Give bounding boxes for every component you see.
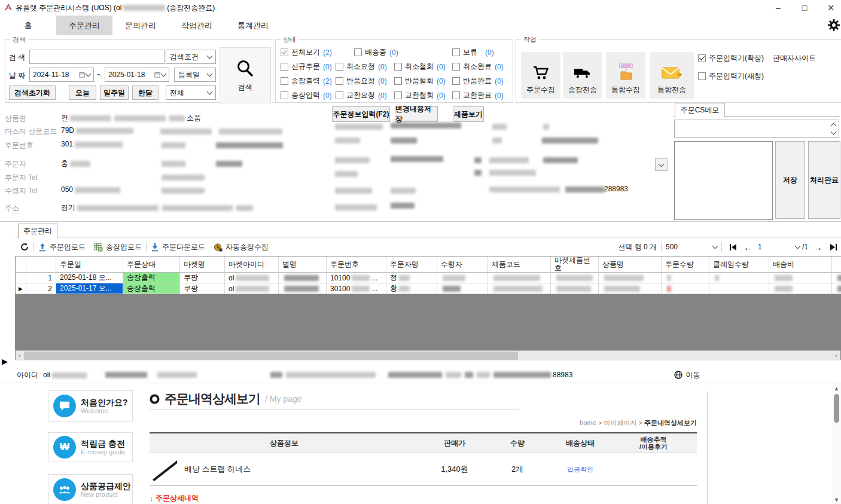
first-page-button[interactable] [729,243,738,251]
col-market[interactable]: 마켓명 [180,256,225,273]
order-entry-extended-option[interactable]: 주문입력기(확장) 판매자사이트 [698,53,816,63]
scrollbar-thumb[interactable] [24,352,518,360]
grid-horizontal-scrollbar[interactable]: ‹ › [16,350,840,361]
filter-return-complete[interactable]: 반품완료 (0) [452,76,504,86]
memo-save-button[interactable]: 저장 [775,141,805,219]
col-shipping-fee[interactable]: 배송비 [769,256,832,273]
auto-invoice-collect-button[interactable]: 자동송장수집 [214,242,269,252]
filter-shipping[interactable]: 배송중 (0) [354,47,398,57]
one-month-button[interactable]: 한달 [132,85,159,100]
tab-inquiry-management[interactable]: 문의관리 [112,16,169,35]
breadcrumb-mypage[interactable]: 마이페이지 [604,419,636,426]
memo-complete-button[interactable]: 처리완료 [808,141,840,219]
dropdown-expand-button[interactable] [655,158,668,171]
col-order-status[interactable]: 주문상태 [123,256,180,273]
scroll-up-arrow[interactable]: ▲ [832,386,841,392]
go-link[interactable]: 이동 [674,370,700,380]
filter-invoice-entered[interactable]: 송장입력 (0) [281,90,332,100]
col-nickname[interactable]: 별명 [279,256,327,273]
filter-exchange-withdraw[interactable]: 교환철회 (0) [394,90,446,100]
view-product-button[interactable]: 제품보기 [453,106,484,122]
col-orderer[interactable]: 주문자명 [386,256,437,273]
maximize-button[interactable]: □ [799,3,810,13]
search-reset-button[interactable]: 검색초기화 [9,85,56,100]
redacted-text [489,157,529,163]
payment-status-link[interactable]: 입금확인 [544,465,616,474]
breadcrumb-home[interactable]: home [580,419,596,426]
emoney-card[interactable]: ₩ 적립금 충전 E-money guide [48,432,133,462]
refresh-icon[interactable] [20,242,29,252]
scroll-left-arrow[interactable]: ‹ [16,351,24,360]
filter-invoice-printed[interactable]: 송장출력 (2) [281,76,332,86]
filter-return-request[interactable]: 반품요청 (0) [336,76,387,86]
date-to-picker[interactable]: 2025-01-18 [105,68,169,82]
page-size-select[interactable]: 500 [666,243,717,251]
date-type-select[interactable]: 등록일 [174,68,216,82]
order-upload-button[interactable]: 주문업로드 [38,242,86,252]
col-order-qty[interactable]: 주문수량 [662,256,709,273]
order-entry-newwindow-option[interactable]: 주문입력기(새창) [698,71,764,81]
col-order-date[interactable]: 주문일 [56,256,123,273]
filter-cancel-complete[interactable]: 취소완료 (0) [452,62,504,72]
col-market-product-no[interactable]: 마켓제품번호 [551,256,599,273]
invoice-send-button[interactable]: 송장전송 [563,52,602,99]
unified-send-button[interactable]: 통합전송 [650,52,694,99]
order-collect-button[interactable]: 주문수집 [521,52,560,99]
date-from-picker[interactable]: 2024-11-18 [29,68,94,82]
close-button[interactable]: ✕ [825,3,836,13]
orders-grid-tab[interactable]: 주문관리 [18,224,57,239]
unified-collect-button[interactable]: 통합수집 [606,52,645,99]
filter-view-all[interactable]: 전체보기 (2) [281,47,332,57]
tab-statistics[interactable]: 통계관리 [225,16,281,35]
col-order-no[interactable]: 주문번호 [327,256,386,273]
cs-memo-tab[interactable]: 주문CS메모 [675,103,725,118]
filter-exchange-complete[interactable]: 교환완료 (0) [452,90,504,100]
scope-select[interactable]: 전체 [166,85,216,100]
tab-home[interactable]: 홈 [0,16,56,35]
webview-vertical-scrollbar[interactable]: ▲ ▼ [832,383,841,504]
page-number-select[interactable]: 1 [758,243,800,251]
order-row-1[interactable]: 1 2025-01-18 오... 송장출력 쿠팡 ol 10100... 정 [16,273,841,283]
filter-exchange-request[interactable]: 교환요청 (0) [336,90,387,100]
next-page-button[interactable]: → [813,242,822,252]
scroll-down-arrow[interactable]: ▼ [832,497,841,503]
last-page-button[interactable] [829,243,837,251]
welcome-card[interactable]: 처음인가요? Welcome [48,390,133,421]
search-condition-select[interactable]: 검색조건 [166,50,216,64]
invoice-upload-button[interactable]: 송장업로드 [94,242,142,252]
one-week-button[interactable]: 일주일 [100,85,129,100]
search-keyword-input[interactable] [29,50,164,64]
search-submit-button[interactable]: 검색 [220,47,271,103]
master-code-label: 마스터 상품코드 [5,127,57,137]
col-product-name[interactable]: 상품명 [599,256,662,273]
tab-task-management[interactable]: 작업관리 [169,16,225,35]
filter-hold[interactable]: 보류 (0) [452,47,494,57]
order-detail-section-link[interactable]: ↓ 주문상세내역 [150,493,697,503]
cs-memo-spinner-input[interactable] [674,120,839,138]
prev-page-button[interactable]: ← [744,242,752,252]
filter-cancel-withdraw[interactable]: 취소철회 (0) [394,62,446,72]
product-thumbnail[interactable] [152,457,177,482]
product-name[interactable]: 배낭 스트랩 하네스 [184,464,251,475]
filter-new-order[interactable]: 신규주문 (0) [281,62,332,72]
supply-proposal-card[interactable]: 상품공급제안 New product [48,474,133,504]
col-market-id[interactable]: 마켓아이디 [225,256,279,273]
cs-memo-textarea[interactable] [674,141,773,220]
col-claim-qty[interactable]: 클레임수량 [709,256,769,273]
scroll-right-arrow[interactable]: › [832,351,840,360]
save-changes-button[interactable]: 변경내용저장 [395,106,438,122]
col-product-code[interactable]: 제품코드 [488,256,551,273]
order-download-button[interactable]: 주문다운로드 [151,242,205,252]
filter-return-withdraw[interactable]: 반품철회 (0) [394,76,446,86]
today-button[interactable]: 오늘 [69,85,96,100]
tab-order-management[interactable]: 주문관리 [56,16,112,35]
spinner-arrows-icon[interactable] [831,124,836,134]
order-info-input-button[interactable]: 주문정보입력(F2) [332,106,390,122]
scrollbar-thumb[interactable] [834,394,839,423]
filter-cancel-request[interactable]: 취소요청 (0) [336,62,387,72]
orders-grid: 주문일 주문상태 마켓명 마켓아이디 별명 주문번호 주문자명 수령자 제품코드… [15,256,841,360]
minimize-button[interactable]: – [773,3,784,13]
col-receiver[interactable]: 수령자 [437,256,488,273]
order-row-2-selected[interactable]: ▶ 2 2025-01-17 오... 송장출력 쿠팡 ol 30100... … [16,283,841,294]
settings-gear-icon[interactable] [827,19,840,32]
